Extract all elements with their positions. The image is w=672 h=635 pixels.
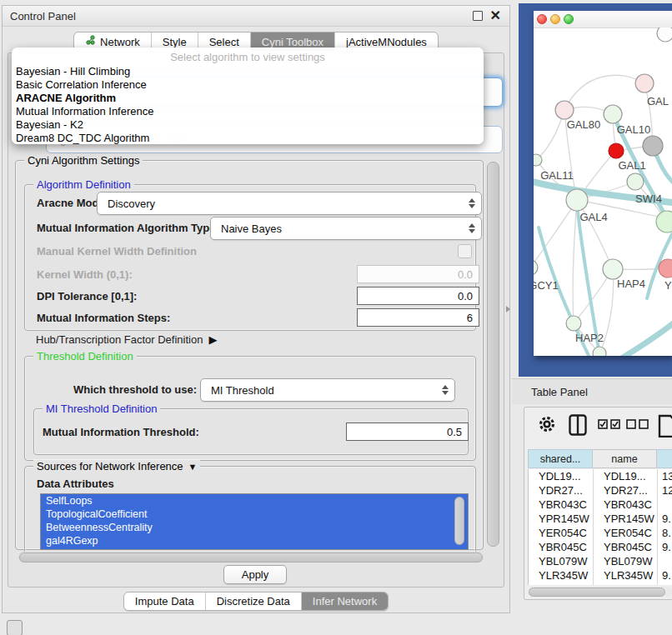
minimize-window-icon[interactable]: [550, 14, 560, 24]
table-panel: shared...name YDL19...YDL19...13YDR27...…: [524, 407, 672, 600]
table-row[interactable]: YBL079WYBL079W: [529, 554, 672, 568]
network-node-hap2[interactable]: [566, 316, 581, 331]
dropdown-item-bayesian-k2[interactable]: Bayesian - K2: [12, 118, 484, 132]
attribute-list-scrollbar[interactable]: [454, 497, 464, 545]
network-node-y[interactable]: [659, 259, 672, 278]
sources-group: Sources for Network Inference ▼ Data Att…: [24, 466, 476, 558]
which-threshold-label: Which threshold to use:: [73, 383, 197, 396]
network-edge: [573, 200, 577, 323]
dropdown-item-aracne-algorithm[interactable]: ARACNE Algorithm: [12, 92, 484, 105]
zoom-window-icon[interactable]: [564, 14, 574, 24]
splitter-handle[interactable]: [506, 306, 510, 312]
network-node[interactable]: [656, 211, 672, 232]
chevron-down-icon: ▼: [188, 462, 198, 472]
close-window-icon[interactable]: [537, 14, 547, 24]
table-row[interactable]: YBR045CYBR045C9.: [529, 540, 672, 554]
table-cell: 8.: [662, 526, 672, 540]
deselect-all-columns-icon[interactable]: [626, 419, 649, 430]
table-row[interactable]: YER054CYER054C8.: [529, 526, 672, 540]
network-node-label: GAL10: [617, 123, 650, 136]
network-node[interactable]: [657, 28, 672, 42]
network-node[interactable]: [643, 136, 663, 156]
table-cell: 0: [662, 582, 672, 585]
mi-steps-label: Mutual Information Steps:: [37, 312, 170, 324]
gear-icon[interactable]: [538, 415, 556, 433]
settings-horizontal-scrollbar[interactable]: [18, 552, 484, 562]
table-horizontal-scrollbar[interactable]: [528, 587, 672, 597]
table-row[interactable]: YIL052CYIL052C0: [529, 582, 672, 585]
table-row[interactable]: YPR145WYPR145W9.: [529, 512, 672, 526]
attribute-item-betweennesscentrality[interactable]: BetweennessCentrality: [41, 521, 468, 534]
export-table-icon[interactable]: [658, 412, 672, 438]
which-threshold-combo[interactable]: MI Threshold: [200, 378, 455, 402]
kernel-width-field[interactable]: 0.0: [357, 265, 479, 283]
bottom-tab-discretize-data[interactable]: Discretize Data: [205, 592, 301, 610]
network-node-gal11[interactable]: [534, 154, 542, 166]
network-node-label: Y: [664, 279, 672, 292]
mi-algorithm-type-combo[interactable]: Naive Bayes: [210, 217, 482, 240]
settings-vertical-scrollbar[interactable]: [487, 162, 499, 547]
control-panel-title: Control Panel: [3, 10, 76, 22]
network-node-gal4[interactable]: [566, 189, 588, 211]
column-header-shared[interactable]: shared...: [528, 449, 593, 468]
network-view-frame: GALGAL80GAL10GAL1SWI4GAL11GAL4GCY1HAP4YH…: [519, 3, 672, 377]
table-row[interactable]: YDR27...YDR27...12: [529, 483, 672, 498]
hub-definition-label: Hub/Transcription Factor Definition: [36, 333, 203, 346]
float-panel-icon[interactable]: [473, 11, 483, 21]
dropdown-item-bayesian-hill-climbing[interactable]: Bayesian - Hill Climbing: [12, 65, 484, 78]
mi-steps-field[interactable]: 6: [357, 308, 479, 327]
hub-definition-disclosure[interactable]: Hub/Transcription Factor Definition ▶: [36, 333, 217, 346]
network-node-gal10[interactable]: [604, 105, 622, 123]
table-cell: YIL052C: [539, 582, 592, 585]
network-node-label: SWI4: [635, 192, 662, 205]
network-node-label: GCY1: [534, 279, 559, 292]
data-attributes-label: Data Attributes: [37, 478, 114, 490]
combo-stepper-icon: [469, 223, 475, 233]
apply-button[interactable]: Apply: [223, 565, 287, 584]
network-node-gal80[interactable]: [555, 101, 574, 119]
minimized-panel-icon[interactable]: [7, 620, 23, 635]
mi-threshold-field[interactable]: 0.5: [346, 422, 469, 441]
manual-kernel-checkbox[interactable]: [458, 244, 472, 258]
attribute-item-selfloops[interactable]: SelfLoops: [41, 494, 468, 508]
network-window-titlebar[interactable]: [534, 11, 672, 28]
attribute-item-gal4rgexp[interactable]: gal4RGexp: [41, 534, 468, 548]
dpi-tolerance-label: DPI Tolerance [0,1]:: [37, 290, 137, 302]
dropdown-placeholder: Select algorithm to view settings: [12, 48, 484, 65]
network-node-label: GAL1: [618, 159, 645, 172]
column-header-name[interactable]: name: [593, 449, 657, 468]
table-cell: YLR345W: [539, 568, 592, 582]
network-node[interactable]: [609, 143, 624, 158]
network-canvas[interactable]: GALGAL80GAL10GAL1SWI4GAL11GAL4GCY1HAP4YH…: [534, 28, 672, 356]
close-panel-icon[interactable]: ✕: [490, 12, 501, 20]
sources-disclosure[interactable]: Sources for Network Inference ▼: [33, 460, 200, 472]
select-all-columns-icon[interactable]: [598, 419, 621, 430]
kernel-width-label: Kernel Width (0,1):: [37, 268, 133, 281]
network-node[interactable]: [593, 347, 606, 356]
table-cell: YBR043C: [604, 498, 657, 512]
network-node-gal1[interactable]: [627, 173, 644, 190]
aracne-mode-combo[interactable]: Discovery: [97, 192, 482, 215]
dropdown-item-mutual-information-inference[interactable]: Mutual Information Inference: [12, 105, 484, 118]
table-row[interactable]: YDL19...YDL19...13: [529, 469, 672, 483]
dropdown-item-dream8-dc-tdc-algorithm[interactable]: Dream8 DC_TDC Algorithm: [12, 132, 484, 145]
network-node-hap4[interactable]: [603, 259, 623, 279]
network-node-gal[interactable]: [635, 74, 654, 92]
combo-stepper-icon: [442, 385, 449, 395]
table-row[interactable]: YLR345WYLR345W9.: [529, 568, 672, 582]
threshold-definition-group: Threshold Definition Which threshold to …: [24, 356, 476, 461]
network-node-gcy1[interactable]: [534, 260, 538, 275]
column-layout-icon[interactable]: [569, 414, 587, 436]
table-row[interactable]: YBR043CYBR043C: [529, 498, 672, 512]
dpi-tolerance-field[interactable]: 0.0: [357, 287, 479, 305]
column-header-2[interactable]: [657, 449, 672, 468]
bottom-tab-infer-network[interactable]: Infer Network: [301, 592, 388, 610]
attribute-item-topologicalcoefficient[interactable]: TopologicalCoefficient: [41, 508, 468, 521]
table-cell: YDL19...: [539, 469, 592, 483]
network-icon: [85, 35, 96, 48]
bottom-tab-impute-data[interactable]: Impute Data: [124, 592, 205, 610]
table-cell: YBR045C: [604, 540, 657, 554]
dropdown-item-basic-correlation-inference[interactable]: Basic Correlation Inference: [12, 78, 484, 92]
algorithm-dropdown-list: Select algorithm to view settings Bayesi…: [12, 48, 484, 144]
table-cell: YBL079W: [539, 554, 592, 568]
